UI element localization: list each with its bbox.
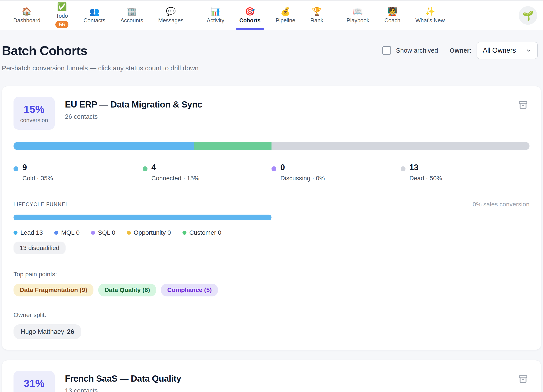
page-title: Batch Cohorts <box>2 43 87 58</box>
conversion-badge: 15%conversion <box>13 97 55 130</box>
card-contacts-count: 13 contacts <box>65 387 181 392</box>
status-number: 13 <box>409 163 442 172</box>
legend-label: Lead 13 <box>20 229 43 236</box>
conversion-percent: 31% <box>24 377 45 389</box>
page-subtitle: Per-batch conversion funnels — click any… <box>2 64 541 72</box>
owner-split-section: Owner split:Hugo Matthaey26 <box>13 311 530 339</box>
pipeline-icon: 💰 <box>281 7 291 16</box>
status-label: Connected · 15% <box>152 175 199 182</box>
legend-dot <box>182 231 187 235</box>
accounts-icon: 🏢 <box>127 7 137 16</box>
legend-dot <box>54 231 58 235</box>
tab-dashboard[interactable]: 🏠Dashboard <box>6 1 48 30</box>
status-label: Dead · 50% <box>409 175 442 182</box>
archive-box-icon <box>518 100 528 110</box>
funnel-legend: Lead 13MQL 0SQL 0Opportunity 0Customer 0 <box>13 229 530 236</box>
tab-coach[interactable]: 🧑‍🏫Coach <box>377 1 408 30</box>
legend-item-lead: Lead 13 <box>13 229 43 236</box>
status-label: Discussing · 0% <box>280 175 325 182</box>
conversion-percent: 15% <box>24 103 45 115</box>
conversion-label: conversion <box>20 117 48 124</box>
archive-button[interactable] <box>517 373 530 386</box>
status-number: 0 <box>280 163 325 172</box>
page-content: Batch Cohorts Show archived Owner: All O… <box>0 42 543 392</box>
contacts-icon: 👥 <box>90 7 99 16</box>
tab-rank[interactable]: 🏆Rank <box>303 1 331 30</box>
tab-contacts[interactable]: 👥Contacts <box>76 1 113 30</box>
nav-label: Coach <box>385 17 400 24</box>
activity-icon: 📊 <box>211 7 221 16</box>
pain-point-chip: Compliance (5) <box>161 284 218 296</box>
legend-dot <box>127 231 131 235</box>
playbook-icon: 📖 <box>353 7 363 16</box>
todo-icon: ✅ <box>57 3 67 11</box>
nav-label: Dashboard <box>13 17 40 24</box>
status-dot <box>13 166 18 171</box>
legend-item-sql: SQL 0 <box>91 229 115 236</box>
bar-segment-connected <box>194 142 272 150</box>
nav-label: Todo <box>56 13 68 19</box>
disqualified-chip: 13 disqualified <box>13 242 66 254</box>
cohorts-icon: 🎯 <box>245 7 255 16</box>
nav-divider <box>195 8 195 23</box>
nav-label: Pipeline <box>276 17 295 24</box>
bar-segment-cold <box>13 142 194 150</box>
lifecycle-funnel-label: LIFECYCLE FUNNEL <box>13 202 69 208</box>
what-s-new-icon: ✨ <box>425 7 435 16</box>
nav-label: Cohorts <box>239 17 261 24</box>
nav-label: Contacts <box>84 17 105 24</box>
tab-pipeline[interactable]: 💰Pipeline <box>268 1 303 30</box>
status-count-connected[interactable]: 4Connected · 15% <box>143 163 272 182</box>
tab-todo[interactable]: ✅Todo56 <box>48 1 76 30</box>
status-count-discussing[interactable]: 0Discussing · 0% <box>272 163 401 182</box>
nav-label: Accounts <box>120 17 143 24</box>
profile-button[interactable]: 🌱 <box>519 6 537 25</box>
card-contacts-count: 26 contacts <box>65 113 202 120</box>
pain-points-label: Top pain points: <box>13 271 530 278</box>
nav-label: Rank <box>310 17 323 24</box>
funnel-bar <box>13 215 530 220</box>
legend-item-customer: Customer 0 <box>182 229 221 236</box>
tab-activity[interactable]: 📊Activity <box>199 1 232 30</box>
nav-label: What's New <box>415 17 445 24</box>
legend-label: MQL 0 <box>61 229 79 236</box>
owner-select[interactable]: All Owners <box>477 42 538 59</box>
tab-playbook[interactable]: 📖Playbook <box>339 1 377 30</box>
tab-messages[interactable]: 💬Messages <box>151 1 191 30</box>
archive-button[interactable] <box>517 99 530 111</box>
status-dot <box>401 166 406 171</box>
header-controls: Show archived Owner: All Owners <box>382 42 541 59</box>
cohort-card: 31%conversionFrench SaaS — Data Quality1… <box>2 360 541 392</box>
owner-label: Owner: <box>450 47 472 54</box>
owner-chip: Hugo Matthaey26 <box>13 324 81 339</box>
nav-label: Activity <box>207 17 224 24</box>
status-grid: 9Cold · 35%4Connected · 15%0Discussing ·… <box>13 163 530 182</box>
legend-label: Customer 0 <box>189 229 221 236</box>
show-archived-checkbox[interactable] <box>382 46 391 55</box>
status-stacked-bar <box>13 142 530 150</box>
status-count-dead[interactable]: 13Dead · 50% <box>401 163 530 182</box>
legend-dot <box>13 231 17 235</box>
chevron-down-icon <box>526 48 532 53</box>
tab-cohorts[interactable]: 🎯Cohorts <box>232 1 268 30</box>
tab-what-s-new[interactable]: ✨What's New <box>408 1 452 30</box>
sales-conversion-text: 0% sales conversion <box>473 201 530 208</box>
owner-count: 26 <box>67 328 74 335</box>
dashboard-icon: 🏠 <box>22 7 32 16</box>
status-dot <box>143 166 147 171</box>
coach-icon: 🧑‍🏫 <box>387 7 397 16</box>
tab-accounts[interactable]: 🏢Accounts <box>113 1 151 30</box>
cohort-cards: 15%conversionEU ERP — Data Migration & S… <box>2 86 541 392</box>
owner-split-label: Owner split: <box>13 311 530 319</box>
pain-point-chip: Data Fragmentation (9) <box>13 284 93 296</box>
funnel-fill <box>13 215 272 220</box>
archive-box-icon <box>518 374 528 384</box>
nav-label: Playbook <box>347 17 369 24</box>
legend-label: SQL 0 <box>98 229 115 236</box>
card-title: French SaaS — Data Quality <box>65 374 181 384</box>
status-number: 4 <box>152 163 199 172</box>
conversion-label: conversion <box>20 391 48 392</box>
status-count-cold[interactable]: 9Cold · 35% <box>13 163 143 182</box>
legend-item-opportunity: Opportunity 0 <box>127 229 171 236</box>
card-title: EU ERP — Data Migration & Sync <box>65 99 202 110</box>
